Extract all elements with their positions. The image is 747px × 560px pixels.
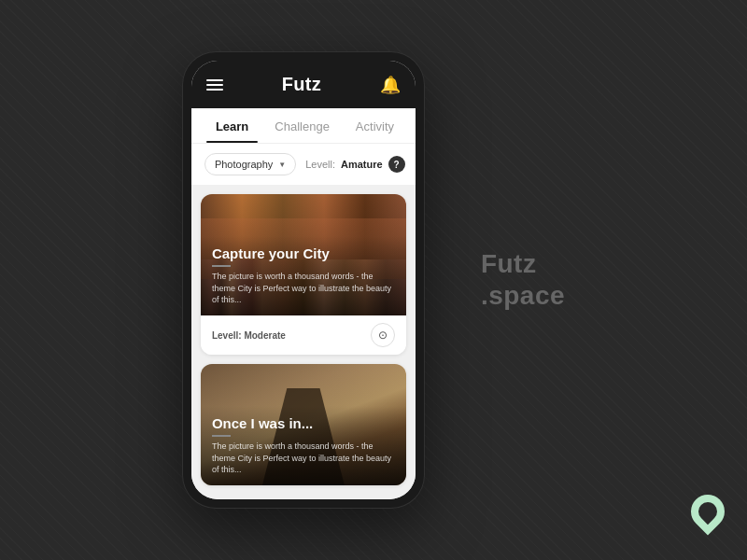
menu-icon[interactable] bbox=[206, 79, 223, 91]
card-title-1: Capture your City bbox=[212, 245, 395, 261]
camera-icon-1[interactable]: ⊙ bbox=[371, 323, 395, 347]
app-title: Futz bbox=[282, 74, 321, 95]
dropdown-arrow-icon: ▼ bbox=[278, 161, 286, 169]
page-wrapper: Futz 🔔 Learn Challenge Activity Photogra… bbox=[182, 51, 565, 509]
tab-challenge[interactable]: Challenge bbox=[265, 108, 339, 143]
brand-line1: Futz bbox=[481, 248, 565, 280]
level-label: Levell: bbox=[305, 159, 335, 170]
brand-text: Futz .space bbox=[481, 248, 565, 311]
card-title-underline-1 bbox=[212, 265, 231, 267]
card-image-runner: Once I was in... The picture is worth a … bbox=[201, 364, 406, 485]
card-image-city: Capture your City The picture is worth a… bbox=[201, 194, 406, 315]
tab-learn[interactable]: Learn bbox=[206, 108, 258, 143]
card-level-value-1: Moderate bbox=[244, 330, 285, 341]
card-description-2: The picture is worth a thousand words - … bbox=[212, 441, 395, 476]
nav-tabs: Learn Challenge Activity bbox=[191, 108, 416, 144]
card-capture-city[interactable]: Capture your City The picture is worth a… bbox=[201, 194, 406, 355]
card-title-underline-2 bbox=[212, 435, 231, 437]
bell-icon[interactable]: 🔔 bbox=[380, 75, 401, 95]
card-title-2: Once I was in... bbox=[212, 415, 395, 431]
card-footer-1: Levell: Moderate ⊙ bbox=[201, 315, 406, 355]
tab-activity[interactable]: Activity bbox=[346, 108, 403, 143]
deco-shape bbox=[684, 488, 732, 536]
card-level-1: Levell: Moderate bbox=[212, 330, 286, 341]
card-overlay-2: Once I was in... The picture is worth a … bbox=[201, 406, 406, 485]
card-overlay-1: Capture your City The picture is worth a… bbox=[201, 236, 406, 315]
card-description-1: The picture is worth a thousand words - … bbox=[212, 271, 395, 306]
category-dropdown[interactable]: Photography ▼ bbox=[204, 153, 296, 175]
content-area[interactable]: Capture your City The picture is worth a… bbox=[191, 185, 416, 499]
phone-frame: Futz 🔔 Learn Challenge Activity Photogra… bbox=[182, 51, 425, 509]
level-value: Amature bbox=[341, 159, 383, 170]
phone-screen: Futz 🔔 Learn Challenge Activity Photogra… bbox=[191, 61, 416, 499]
top-bar: Futz 🔔 bbox=[191, 61, 416, 108]
level-badge: Levell: Amature ? bbox=[305, 156, 404, 173]
filter-row: Photography ▼ Levell: Amature ? bbox=[191, 144, 416, 185]
category-label: Photography bbox=[215, 159, 273, 170]
help-icon[interactable]: ? bbox=[388, 156, 405, 173]
card-once-i-was[interactable]: Once I was in... The picture is worth a … bbox=[201, 364, 406, 485]
deco-element bbox=[691, 495, 728, 541]
brand-line2: .space bbox=[481, 280, 565, 312]
card-level-label-1: Levell: bbox=[212, 330, 242, 341]
